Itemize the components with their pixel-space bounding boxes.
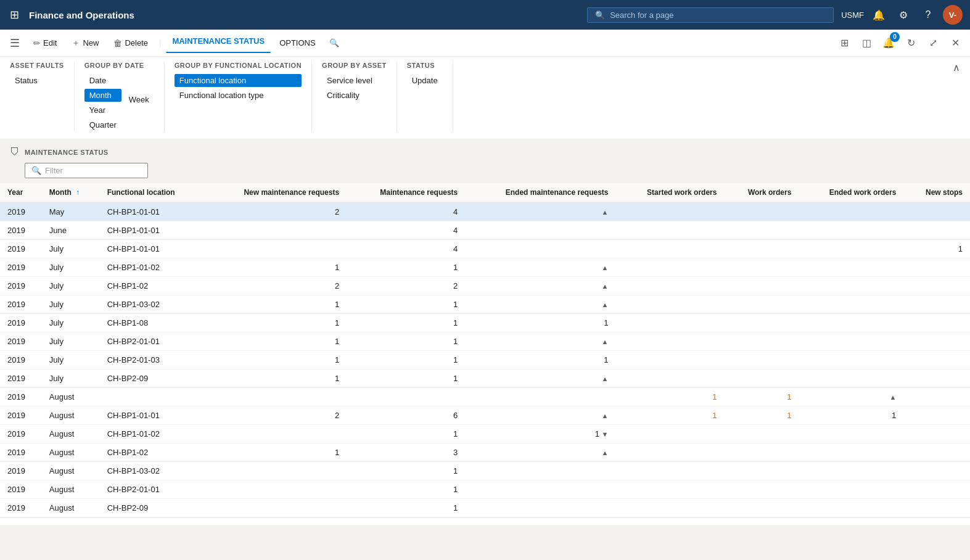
ribbon-item-month[interactable]: Month <box>84 89 121 102</box>
table-cell: CH-BP1-01-02 <box>100 258 206 277</box>
table-row[interactable]: 2019JulyCH-BP1-01-0141 <box>0 240 970 258</box>
table-cell <box>903 314 970 332</box>
settings-icon[interactable]: ⚙ <box>894 5 913 25</box>
col-month[interactable]: Month ↑ <box>42 183 100 202</box>
table-cell: CH-BP2-01-01 <box>100 480 206 499</box>
table-cell <box>465 388 615 406</box>
ribbon-group-date: GROUP BY DATE Date Month Year Quarter We… <box>84 62 165 131</box>
col-functional-location[interactable]: Functional location <box>100 183 206 202</box>
commandbar: ☰ ✏ Edit ＋ New 🗑 Delete | MAINTENANCE ST… <box>0 30 970 57</box>
table-cell <box>616 332 725 351</box>
col-mr[interactable]: Maintenance requests <box>347 183 465 202</box>
ribbon-item-service-level[interactable]: Service level <box>322 74 387 87</box>
filter-bar: 🔍 <box>0 158 970 183</box>
table-cell <box>799 369 903 388</box>
ribbon-item-criticality[interactable]: Criticality <box>322 89 387 102</box>
user-avatar[interactable]: V- <box>943 5 963 25</box>
table-row[interactable]: 2019MayCH-BP1-01-0124▲ <box>0 202 970 221</box>
table-row[interactable]: 2019AugustCH-BP1-03-021 <box>0 462 970 480</box>
tab-options[interactable]: OPTIONS <box>273 35 322 51</box>
table-cell <box>799 332 903 351</box>
table-row[interactable]: 2019JulyCH-BP1-03-0211▲ <box>0 295 970 314</box>
table-row[interactable]: 2019JulyCH-BP2-01-0111▲ <box>0 332 970 351</box>
table-cell: August <box>42 406 100 425</box>
ribbon-item-functional-location-type[interactable]: Functional location type <box>175 89 302 102</box>
notifications-icon[interactable]: 🔔 <box>869 5 889 25</box>
table-cell: 1 <box>347 480 465 499</box>
table-cell: 1 <box>799 406 903 425</box>
table-row[interactable]: 2019AugustCH-BP1-01-0211 ▼ <box>0 425 970 443</box>
table-cell: 1 <box>205 295 347 314</box>
table-cell <box>616 221 725 240</box>
filter-input[interactable] <box>45 166 141 175</box>
delete-label: Delete <box>125 38 148 47</box>
search-input[interactable] <box>610 10 826 20</box>
table-row[interactable]: 2019JulyCH-BP1-08111 <box>0 314 970 332</box>
table-row[interactable]: 2019JulyCH-BP2-01-03111 <box>0 351 970 369</box>
new-button[interactable]: ＋ New <box>65 34 105 52</box>
delete-button[interactable]: 🗑 Delete <box>107 35 154 52</box>
refresh-icon[interactable]: ↻ <box>901 33 921 53</box>
col-ended-mr[interactable]: Ended maintenance requests <box>465 183 615 202</box>
table-row[interactable]: 2019AugustCH-BP1-01-0126▲111 <box>0 406 970 425</box>
table-cell: 1 ▼ <box>465 425 615 443</box>
table-cell: August <box>42 499 100 517</box>
table-row[interactable]: 2019JulyCH-BP1-01-0211▲ <box>0 258 970 277</box>
col-wo[interactable]: Work orders <box>724 183 799 202</box>
horizontal-scrollbar[interactable] <box>0 517 970 525</box>
col-new-mr[interactable]: New maintenance requests <box>205 183 347 202</box>
col-new-stops[interactable]: New stops <box>903 183 970 202</box>
col-ended-wo[interactable]: Ended work orders <box>799 183 903 202</box>
table-cell: ▲ <box>465 369 615 388</box>
table-cell: ▲ <box>465 406 615 425</box>
table-cell <box>903 258 970 277</box>
collapse-ribbon-icon[interactable]: ∧ <box>953 62 960 73</box>
grid-menu-icon[interactable]: ⊞ <box>7 6 22 24</box>
table-cell <box>799 443 903 462</box>
ribbon-item-week[interactable]: Week <box>124 93 154 106</box>
edit-button[interactable]: ✏ Edit <box>27 35 63 52</box>
table-row[interactable]: 2019August11▲ <box>0 388 970 406</box>
table-cell: 2019 <box>0 406 42 425</box>
table-row[interactable]: 2019AugustCH-BP2-091 <box>0 499 970 517</box>
hamburger-icon[interactable]: ☰ <box>5 33 25 53</box>
table-cell <box>799 351 903 369</box>
ribbon-item-year[interactable]: Year <box>84 104 121 117</box>
table-cell <box>724 258 799 277</box>
table-cell <box>903 443 970 462</box>
close-icon[interactable]: ✕ <box>945 33 965 53</box>
table-cell: 2 <box>347 277 465 295</box>
ribbon-item-status[interactable]: Status <box>10 74 64 87</box>
table-cell: 2019 <box>0 351 42 369</box>
table-cell: 1 <box>616 406 725 425</box>
topbar-right: USMF 🔔 ⚙ ? V- <box>841 5 963 25</box>
table-row[interactable]: 2019AugustCH-BP1-0213▲ <box>0 443 970 462</box>
table-row[interactable]: 2019JuneCH-BP1-01-014 <box>0 221 970 240</box>
expand-icon[interactable]: ⤢ <box>923 33 943 53</box>
table-cell: 1 <box>205 258 347 277</box>
table-cell: CH-BP2-09 <box>100 499 206 517</box>
ribbon-collapse[interactable]: ∧ <box>953 62 960 131</box>
table-cell <box>903 295 970 314</box>
help-icon[interactable]: ? <box>918 5 938 25</box>
search-tab-icon[interactable]: 🔍 <box>329 38 339 47</box>
col-started-wo[interactable]: Started work orders <box>616 183 725 202</box>
table-row[interactable]: 2019JulyCH-BP1-0222▲ <box>0 277 970 295</box>
ribbon-item-update[interactable]: Update <box>407 74 443 87</box>
table-row[interactable]: 2019AugustCH-BP2-01-011 <box>0 480 970 499</box>
filter-funnel-icon[interactable]: ⛉ <box>10 147 20 158</box>
table-cell <box>465 480 615 499</box>
ribbon-item-quarter[interactable]: Quarter <box>84 118 121 131</box>
global-search[interactable]: 🔍 <box>587 7 834 23</box>
tab-maintenance-status[interactable]: MAINTENANCE STATUS <box>166 33 271 53</box>
filter-input-container[interactable]: 🔍 <box>25 163 148 178</box>
office-icon[interactable]: ◫ <box>857 33 876 53</box>
col-year[interactable]: Year <box>0 183 42 202</box>
table-cell: 1 <box>205 314 347 332</box>
ribbon-item-date[interactable]: Date <box>84 74 121 87</box>
table-cell <box>903 332 970 351</box>
table-row[interactable]: 2019JulyCH-BP2-0911▲ <box>0 369 970 388</box>
table-cell <box>903 388 970 406</box>
view-icon[interactable]: ⊞ <box>834 33 854 53</box>
ribbon-item-functional-location[interactable]: Functional location <box>175 74 302 87</box>
